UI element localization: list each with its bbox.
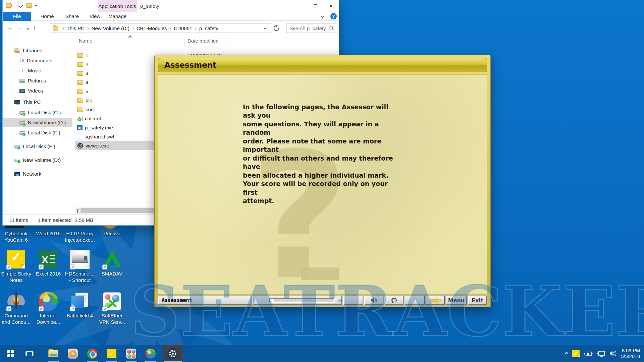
breadcrumb-cbt-modules[interactable]: CBT-Modules [137,25,167,31]
desktop-icon-command-and-conquer[interactable]: ↗ Commandand Conqu... [0,291,32,325]
sidebar-item-music[interactable]: ♪Music [3,66,72,75]
window-title: p_safety [140,3,159,9]
close-button[interactable]: × [323,0,339,11]
task-view-button[interactable] [21,345,38,362]
address-history-chevron-icon[interactable] [264,27,266,29]
blank-button[interactable] [405,296,425,305]
taskbar-file-explorer[interactable] [44,345,63,362]
breadcrumb[interactable]: › This PC › New Volume (D:) › CBT-Module… [50,23,271,33]
file-name: sgshared.swf [85,134,114,139]
sidebar-item-network[interactable]: Network [3,169,72,178]
desktop-icon-recuva[interactable]: Recuva [96,229,128,237]
breadcrumb-cd0001[interactable]: CD0001 [174,25,192,31]
desktop-icon-http-proxy-injector[interactable]: HTTP ProxyInjector.exe... [64,229,96,243]
taskbar-idm[interactable] [141,345,160,362]
progress-panel: % [252,296,342,305]
blank-button[interactable] [343,296,363,305]
sidebar-item-new-volume-d[interactable]: New Volume (D:) [3,118,72,127]
sidebar-item-new-volume-d-2[interactable]: New Volume (D:) [3,156,72,164]
desktop-icon-internet-download-manager[interactable]: ↗ InternetDownloa... [32,291,64,325]
icon-label: CyberLink [4,230,28,237]
desktop-icon-hdsentinel[interactable]: ↗ HDSentinel...- Shortcut [64,249,96,283]
sidebar-item-documents[interactable]: Documents [3,56,72,65]
taskbar-dots-app[interactable] [121,345,141,362]
tray-sticky-notes-icon[interactable]: ✓ [572,350,580,357]
breadcrumb-p-safety[interactable]: p_safety [199,25,218,31]
desktop-icon-softether-vpn[interactable]: ↗ SoftEtherVPN Serv... [96,291,128,325]
network-icon[interactable] [597,351,605,357]
sidebar-item-local-disk-f[interactable]: Local Disk (F:) [3,128,72,137]
refresh-icon[interactable] [273,25,280,32]
sidebar-item-local-disk-c[interactable]: Local Disk (C:) [3,108,72,117]
volume-icon[interactable] [609,351,617,356]
tab-manage[interactable]: Manage [105,12,129,21]
minimize-icon [299,6,302,6]
taskbar-clock[interactable]: 8:03 PM 5/5/2018 [621,348,640,359]
tray-expand-chevron-icon[interactable] [565,352,568,355]
network-icon [14,172,20,176]
application-tools-tab[interactable]: Application Tools [98,0,137,12]
sidebar-item-libraries[interactable]: Libraries [3,46,72,55]
checkmark-icon: ✓ [574,351,578,357]
tab-home[interactable]: Home [35,12,60,21]
file-explorer-icon [48,350,58,357]
replay-button[interactable] [384,296,404,305]
desktop-icon-word-2016[interactable]: Word 2016 [32,229,64,237]
breadcrumb-this-pc[interactable]: This PC [67,25,85,31]
sidebar-label: New Volume (D:) [28,120,66,125]
expand-ribbon-chevron-icon[interactable] [321,14,324,18]
tab-view[interactable]: View [85,12,105,21]
search-input[interactable]: Search p_safety [286,23,337,33]
column-separator[interactable] [184,38,185,46]
taskbar-media-player[interactable] [63,345,83,362]
sidebar-item-pictures[interactable]: Pictures [3,76,72,85]
up-button[interactable]: ↑ [33,24,36,31]
exit-button[interactable]: Exit [468,296,487,305]
back-button[interactable]: ← [7,24,13,31]
icon-label: and Conqu... [2,319,31,325]
new-folder-icon[interactable] [26,3,32,8]
column-header-date-modified[interactable]: Date modified [187,38,219,44]
menu-button[interactable]: Menu [446,296,467,305]
column-separator[interactable] [224,38,224,46]
desktop-icon-battlefield-4[interactable]: ↗ Battlefield 4 [64,291,96,319]
folder-icon [77,99,83,103]
tab-file[interactable]: File [3,12,31,21]
battery-icon[interactable] [584,351,593,356]
desktop-icon-cyberlink-youcam[interactable]: CyberLinkYouCam 6 [0,229,32,243]
file-name: 1 [86,52,88,58]
sidebar-item-this-pc[interactable]: This PC [3,98,72,106]
audio-button[interactable] [364,296,383,305]
shortcut-arrow-icon: ↗ [70,306,75,311]
next-button[interactable] [426,296,445,305]
tab-share[interactable]: Share [60,12,84,21]
column-header-name[interactable]: Name [79,38,92,44]
taskbar-chrome[interactable] [83,345,102,362]
scrollbar-thumb[interactable] [80,208,158,213]
recent-locations-chevron-icon[interactable] [26,27,29,30]
help-button[interactable]: ? [330,13,337,19]
desktop-icon-excel-2016[interactable]: X ↗ Excel 2016 [32,249,64,277]
shortcut-arrow-icon: ↗ [6,264,11,269]
folder-icon[interactable] [6,3,12,8]
maximize-icon [314,4,317,7]
breadcrumb-new-volume-d[interactable]: New Volume (D:) [92,25,129,31]
assessment-titlebar[interactable]: Assessment [158,58,487,72]
minimize-button[interactable] [292,0,308,11]
start-button[interactable] [3,345,18,362]
checkmark-icon: ✓ [7,249,25,264]
sort-ascending-icon[interactable] [128,35,132,39]
taskbar-viewer-active[interactable] [163,345,182,362]
forward-button[interactable]: → [17,24,23,31]
sidebar-item-local-disk-f-2[interactable]: Local Disk (F:) [3,142,72,150]
customize-toolbar-chevron-icon[interactable] [35,3,37,6]
desktop-icon-smadav[interactable]: ↗ SMADAV [96,249,128,277]
icon-label: Excel 2016 [36,270,61,277]
desktop-icon-simple-sticky-notes[interactable]: ✓ ↗ Simple StickyNotes [0,249,32,283]
properties-check-icon[interactable] [18,3,23,8]
scroll-left-icon[interactable]: ❮ [75,208,80,213]
maximize-button[interactable] [308,0,323,11]
taskbar-sticky-notes[interactable]: ✓ [102,345,121,362]
sidebar-item-videos[interactable]: Videos [3,86,72,95]
icon-label: Notes [1,277,31,283]
